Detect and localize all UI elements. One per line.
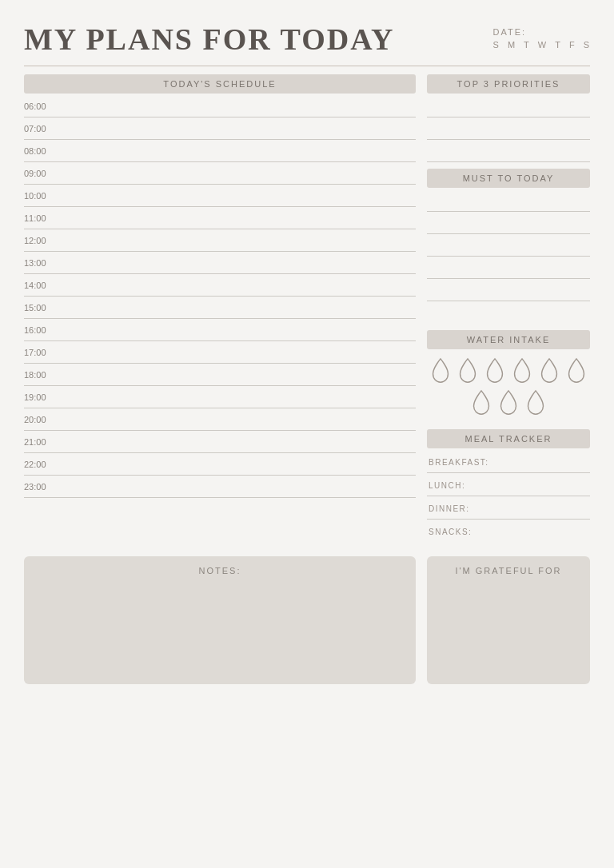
day-t1: T	[524, 40, 530, 50]
meal-row-dinner[interactable]: DINNER:	[427, 496, 590, 520]
schedule-row[interactable]: 07:00	[24, 117, 416, 140]
header-divider	[24, 66, 590, 66]
snacks-label: SNACKS:	[429, 528, 472, 536]
bottom-row: NOTES: I'M GRATEFUL FOR	[24, 556, 590, 684]
meal-row-breakfast[interactable]: BREAKFAST:	[427, 450, 590, 473]
lunch-label: LUNCH:	[429, 481, 465, 490]
grateful-title: I'M GRATEFUL FOR	[455, 566, 561, 575]
time-2200: 22:00	[24, 460, 59, 469]
meal-tracker-section: MEAL TRACKER BREAKFAST: LUNCH: DINNER: S…	[427, 429, 590, 542]
date-label: DATE:	[493, 27, 527, 37]
time-1100: 11:00	[24, 213, 59, 223]
grateful-box[interactable]: I'M GRATEFUL FOR	[427, 556, 590, 684]
must-row-4[interactable]	[427, 257, 590, 279]
day-t2: T	[555, 40, 561, 50]
main-content: TODAY'S SCHEDULE 06:00 07:00 08:00 09:00…	[24, 74, 590, 548]
meal-row-lunch[interactable]: LUNCH:	[427, 473, 590, 496]
time-1500: 15:00	[24, 303, 59, 313]
water-drop-4[interactable]	[511, 357, 533, 384]
schedule-row[interactable]: 17:00	[24, 341, 416, 364]
day-s2: S	[584, 40, 590, 50]
water-drop-7[interactable]	[470, 389, 492, 416]
schedule-row[interactable]: 14:00	[24, 274, 416, 297]
priority-row-3[interactable]	[427, 140, 590, 162]
notes-title: NOTES:	[199, 566, 241, 575]
time-1700: 17:00	[24, 348, 59, 357]
time-2000: 20:00	[24, 415, 59, 424]
page-title: MY PLANS FOR TODAY	[24, 24, 395, 54]
water-drops-container	[427, 351, 590, 423]
priorities-section: TOP 3 PRIORITIES	[427, 74, 590, 162]
time-0600: 06:00	[24, 102, 59, 111]
must-header: MUST TO TODAY	[427, 169, 590, 188]
schedule-row[interactable]: 19:00	[24, 386, 416, 408]
schedule-row[interactable]: 20:00	[24, 408, 416, 431]
schedule-row[interactable]: 18:00	[24, 364, 416, 386]
schedule-row[interactable]: 10:00	[24, 185, 416, 207]
right-column: TOP 3 PRIORITIES MUST TO TODAY WATER INT…	[427, 74, 590, 548]
time-1400: 14:00	[24, 281, 59, 290]
must-row-5[interactable]	[427, 279, 590, 301]
day-s1: S	[493, 40, 500, 50]
date-section: DATE: S M T W T F S	[493, 24, 590, 50]
must-row-2[interactable]	[427, 212, 590, 234]
planner-page: MY PLANS FOR TODAY DATE: S M T W T F S T…	[24, 24, 590, 684]
priority-row-2[interactable]	[427, 117, 590, 140]
schedule-row[interactable]: 06:00	[24, 95, 416, 117]
schedule-header: TODAY'S SCHEDULE	[24, 74, 416, 94]
schedule-row[interactable]: 15:00	[24, 297, 416, 319]
time-0800: 08:00	[24, 146, 59, 156]
water-drop-9[interactable]	[524, 389, 547, 416]
must-row-6[interactable]	[427, 301, 590, 324]
time-1000: 10:00	[24, 191, 59, 201]
water-header: WATER INTAKE	[427, 330, 590, 349]
breakfast-label: BREAKFAST:	[429, 458, 489, 467]
time-1300: 13:00	[24, 258, 59, 268]
time-1600: 16:00	[24, 325, 59, 335]
time-1200: 12:00	[24, 236, 59, 245]
water-drop-5[interactable]	[538, 357, 560, 384]
schedule-row[interactable]: 13:00	[24, 252, 416, 274]
priorities-header: TOP 3 PRIORITIES	[427, 74, 590, 94]
header: MY PLANS FOR TODAY DATE: S M T W T F S	[24, 24, 590, 54]
time-2100: 21:00	[24, 437, 59, 447]
water-drop-1[interactable]	[429, 357, 452, 384]
schedule-row[interactable]: 21:00	[24, 431, 416, 453]
time-1800: 18:00	[24, 370, 59, 380]
schedule-row[interactable]: 08:00	[24, 140, 416, 162]
left-column: TODAY'S SCHEDULE 06:00 07:00 08:00 09:00…	[24, 74, 416, 548]
notes-box[interactable]: NOTES:	[24, 556, 416, 684]
time-0900: 09:00	[24, 169, 59, 178]
priority-row-1[interactable]	[427, 95, 590, 117]
schedule-row[interactable]: 09:00	[24, 162, 416, 185]
water-section: WATER INTAKE	[427, 330, 590, 423]
day-m: M	[508, 40, 516, 50]
meal-row-snacks[interactable]: SNACKS:	[427, 520, 590, 542]
schedule-row[interactable]: 23:00	[24, 476, 416, 498]
days-row: S M T W T F S	[493, 40, 590, 50]
water-drop-6[interactable]	[565, 357, 588, 384]
schedule-row[interactable]: 11:00	[24, 207, 416, 229]
time-0700: 07:00	[24, 124, 59, 133]
meal-tracker-header: MEAL TRACKER	[427, 429, 590, 448]
must-row-1[interactable]	[427, 189, 590, 212]
time-1900: 19:00	[24, 392, 59, 402]
schedule-row[interactable]: 22:00	[24, 453, 416, 476]
water-drop-2[interactable]	[457, 357, 479, 384]
must-section: MUST TO TODAY	[427, 169, 590, 324]
water-drop-3[interactable]	[484, 357, 506, 384]
day-f: F	[569, 40, 576, 50]
schedule-row[interactable]: 12:00	[24, 229, 416, 252]
must-row-3[interactable]	[427, 234, 590, 257]
day-w: W	[538, 40, 547, 50]
schedule-row[interactable]: 16:00	[24, 319, 416, 341]
time-2300: 23:00	[24, 482, 59, 492]
dinner-label: DINNER:	[429, 504, 470, 513]
water-drop-8[interactable]	[497, 389, 520, 416]
